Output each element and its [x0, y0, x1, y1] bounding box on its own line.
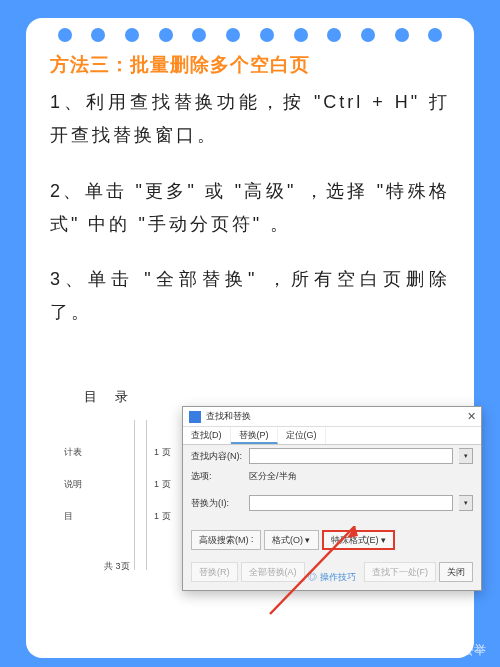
- step-3: 3、单击 "全部替换" ，所有空白页删除了。: [50, 263, 450, 330]
- find-input[interactable]: [249, 448, 453, 464]
- format-button[interactable]: 格式(O) ▾: [264, 530, 319, 550]
- app-icon: [189, 411, 201, 423]
- options-label: 选项:: [191, 470, 243, 483]
- dialog-titlebar: 查找和替换 ✕: [183, 407, 481, 427]
- watermark: ✿ @通讯信息小公举: [376, 642, 486, 659]
- replace-all-button[interactable]: 全部替换(A): [241, 562, 305, 582]
- tab-replace[interactable]: 替换(P): [231, 427, 278, 444]
- chevron-down-icon[interactable]: ▾: [459, 448, 473, 464]
- step-1: 1、利用查找替换功能，按 "Ctrl + H" 打开查找替换窗口。: [50, 86, 450, 153]
- dialog-title-text: 查找和替换: [206, 410, 251, 423]
- vertical-rule: [134, 420, 135, 570]
- find-replace-dialog: 查找和替换 ✕ 查找(D) 替换(P) 定位(G) 查找内容(N): ▾ 选项:…: [182, 406, 482, 591]
- chevron-down-icon[interactable]: ▾: [459, 495, 473, 511]
- vertical-rule: [146, 420, 147, 570]
- toc-label: 说明: [64, 478, 82, 491]
- tips-link[interactable]: ◎ 操作技巧: [308, 571, 356, 584]
- watermark-text: @通讯信息小公举: [390, 642, 486, 659]
- options-value: 区分全/半角: [249, 470, 297, 483]
- replace-button[interactable]: 替换(R): [191, 562, 238, 582]
- toc-page: 1 页: [154, 446, 171, 459]
- close-button[interactable]: 关闭: [439, 562, 473, 582]
- advanced-search-button[interactable]: 高级搜索(M) ∶: [191, 530, 261, 550]
- step-2: 2、单击 "更多" 或 "高级" ，选择 "特殊格式" 中的 "手动分页符" 。: [50, 175, 450, 242]
- note-paper: 方法三：批量删除多个空白页 1、利用查找替换功能，按 "Ctrl + H" 打开…: [26, 18, 474, 658]
- binder-holes: [26, 28, 474, 42]
- toc-label: 计表: [64, 446, 82, 459]
- replace-label: 替换为(I):: [191, 497, 243, 510]
- toc-page: 1 页: [154, 510, 171, 523]
- tab-goto[interactable]: 定位(G): [278, 427, 326, 444]
- tab-find[interactable]: 查找(D): [183, 427, 231, 444]
- replace-input[interactable]: [249, 495, 453, 511]
- embedded-screenshot: 目录 计表 1 页 说明 1 页 目 1 页 共 3页 查找和替换 ✕ 查找(D…: [64, 388, 454, 613]
- find-label: 查找内容(N):: [191, 450, 243, 463]
- toc-label: 目: [64, 510, 73, 523]
- method-title: 方法三：批量删除多个空白页: [50, 52, 450, 78]
- special-format-button[interactable]: 特殊格式(E) ▾: [322, 530, 396, 550]
- find-next-button[interactable]: 查找下一处(F): [364, 562, 437, 582]
- close-icon[interactable]: ✕: [467, 410, 476, 423]
- paw-icon: ✿: [376, 644, 386, 658]
- toc-total: 共 3页: [104, 560, 130, 573]
- doc-heading: 目录: [84, 388, 454, 406]
- dialog-tabs: 查找(D) 替换(P) 定位(G): [183, 427, 481, 445]
- toc-page: 1 页: [154, 478, 171, 491]
